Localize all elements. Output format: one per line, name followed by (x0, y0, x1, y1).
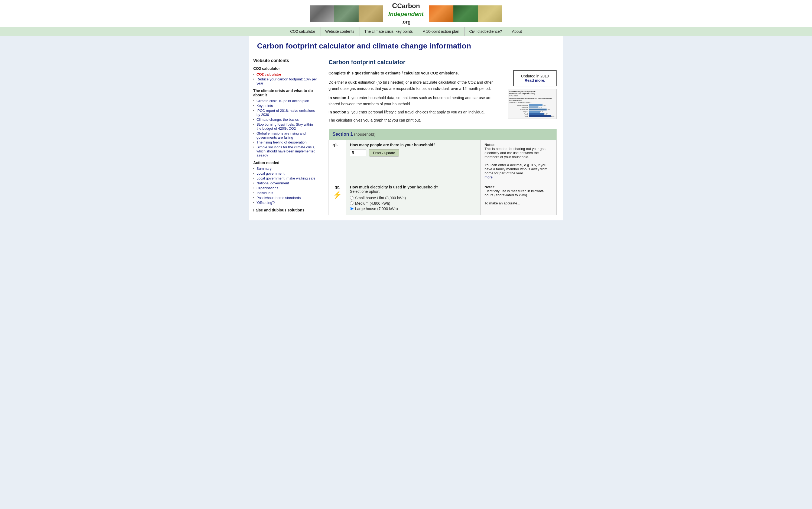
sidebar-action-list: Summary Local government Local governmen… (253, 167, 318, 205)
nav-about[interactable]: About (507, 27, 527, 36)
page: Carbon footprint calculator and climate … (249, 36, 563, 220)
section1-label: Section 1 (333, 132, 353, 137)
q2-radio1[interactable] (350, 196, 353, 200)
main-section-title: Carbon footprint calculator (328, 59, 557, 66)
q2-option1[interactable]: Small house / flat (3,000 kWh) (350, 196, 477, 200)
list-item: Individuals (253, 191, 318, 195)
q2-option3[interactable]: Large house (7,000 kWh) (350, 207, 477, 211)
q1-notes-extra: You can enter a decimal, e.g. 3.5, if yo… (485, 163, 547, 175)
sidebar-climate-list: Climate crisis 10-point action plan Key … (253, 99, 318, 157)
header-photos (310, 5, 383, 22)
site-logo[interactable]: CCarbon Independent .org (383, 2, 429, 25)
q1-question: How many people are there in your househ… (350, 143, 435, 147)
q1-enter-button[interactable]: Enter / update (369, 149, 399, 157)
section1-paren: (household) (354, 132, 376, 136)
sidebar-link-individuals[interactable]: Individuals (257, 191, 273, 195)
q2-notes-text: Electricity use is measured in kilowatt-… (485, 189, 544, 197)
q1-row: q1. How many people are there in your ho… (329, 140, 557, 182)
read-more-link[interactable]: Read more. (525, 78, 545, 82)
intro-area: Complete this questionnaire to estimate … (328, 70, 557, 124)
sidebar-link-climate-basics[interactable]: Climate change: the basics (257, 117, 299, 122)
sidebar-link-summary[interactable]: Summary (257, 167, 272, 171)
intro-right: Updated in 2019 Read more. Carbon Footpr… (508, 70, 557, 119)
main-content: Carbon footprint calculator Complete thi… (322, 53, 563, 220)
q2-option3-label: Large house (7,000 kWh) (355, 207, 398, 211)
q1-notes-label: Notes (485, 143, 494, 147)
page-title-section: Carbon footprint calculator and climate … (249, 36, 563, 53)
list-item: National government (253, 181, 318, 185)
q2-radio3[interactable] (350, 207, 353, 210)
nav-civil-disobedience[interactable]: Civil disobedience? (464, 27, 507, 36)
logo-org: .org (401, 19, 411, 25)
list-item: 'Offsetting'? (253, 201, 318, 205)
sidebar-link-action-plan[interactable]: Climate crisis 10-point action plan (257, 99, 309, 103)
sidebar-link-co2calc[interactable]: CO2 calculator (257, 72, 282, 76)
sidebar-section-climate: The climate crisis and what to do about … (253, 89, 318, 97)
list-item: Local government (253, 171, 318, 175)
sidebar-section-false: False and dubious solutions (253, 208, 318, 212)
q2-radio2[interactable] (350, 201, 353, 205)
header-photo-phonebox (334, 5, 359, 22)
list-item: Organisations (253, 186, 318, 190)
q2-sub: Select one option: (350, 189, 380, 194)
q1-input[interactable] (350, 149, 366, 156)
q1-notes-text: This is needed for sharing out your gas,… (485, 147, 546, 159)
q2-num: q2. (333, 185, 342, 189)
section1-table: Section 1 (household) q1. How many peopl… (328, 129, 557, 215)
q2-row: q2. ⚡ How much electricity is used in yo… (329, 182, 557, 215)
q1-more-link[interactable]: more ... (485, 175, 496, 179)
q2-radio-group: Small house / flat (3,000 kWh) Medium (4… (350, 196, 477, 211)
content-area: Website contents CO2 calculator CO2 calc… (249, 53, 563, 220)
list-item: Reduce your carbon footprint: 10% per ye… (253, 77, 318, 85)
updated-box: Updated in 2019 Read more. (513, 70, 557, 87)
intro-body1: Do either a quick estimation (no bills n… (328, 79, 502, 92)
header: CCarbon Independent .org (0, 0, 812, 27)
list-item: Simple solutions for the climate crisis,… (253, 145, 318, 157)
list-item: The rising feeling of desperation (253, 140, 318, 144)
intro-left: Complete this questionnaire to estimate … (328, 70, 502, 124)
list-item: Passivhaus home standards (253, 196, 318, 200)
list-item: Local government: make walking safe (253, 176, 318, 180)
sidebar-link-organisations[interactable]: Organisations (257, 186, 278, 190)
list-item: Stop burning fossil fuels: Stay within t… (253, 123, 318, 131)
logo-independent: Independent (388, 10, 424, 17)
list-item: Climate crisis 10-point action plan (253, 99, 318, 103)
lightning-icon: ⚡ (333, 191, 342, 199)
q1-num: q1. (329, 140, 346, 182)
sidebar-section-co2: CO2 calculator (253, 66, 318, 71)
intro-section1: In section 1, you enter household data, … (328, 95, 502, 107)
q2-option2-label: Medium (4,800 kWh) (355, 201, 390, 205)
sidebar-link-ipcc[interactable]: IPCC report of 2018: halve emissions by … (257, 109, 315, 117)
calc-preview-image: Carbon Footprint Calculation www.carboni… (508, 89, 557, 119)
navigation: CO2 calculator Website contents The clim… (0, 27, 812, 36)
sidebar-link-fossil-fuels[interactable]: Stop burning fossil fuels: Stay within t… (257, 123, 313, 131)
sidebar-link-offsetting[interactable]: 'Offsetting'? (257, 201, 275, 205)
nav-co2-calculator[interactable]: CO2 calculator (285, 27, 320, 36)
sidebar-link-passivhaus[interactable]: Passivhaus home standards (257, 196, 301, 200)
q2-option2[interactable]: Medium (4,800 kWh) (350, 201, 477, 205)
q1-content: How many people are there in your househ… (346, 140, 481, 182)
nav-action-plan[interactable]: A 10-point action plan (418, 27, 464, 36)
sidebar-link-local-gov-walking[interactable]: Local government: make walking safe (257, 176, 316, 180)
sidebar-link-desperation[interactable]: The rising feeling of desperation (257, 140, 306, 144)
q2-notes-extra: To make an accurate... (485, 201, 520, 205)
header-photos-right (429, 5, 502, 22)
q2-content: How much electricity is used in your hou… (346, 182, 481, 215)
section1-header-cell: Section 1 (household) (329, 129, 557, 140)
q2-icon-cell: q2. ⚡ (329, 182, 346, 215)
header-photo-chicken (478, 5, 502, 22)
header-photo-traffic (310, 5, 334, 22)
sidebar-link-national-gov[interactable]: National government (257, 181, 289, 185)
nav-climate-crisis[interactable]: The climate crisis: key points (359, 27, 418, 36)
list-item: CO2 calculator (253, 72, 318, 76)
intro-graph-note: The calculator gives you a graph that yo… (328, 117, 502, 123)
sidebar-link-key-points[interactable]: Key points (257, 104, 273, 108)
sidebar-link-reduce[interactable]: Reduce your carbon footprint: 10% per ye… (257, 77, 317, 85)
sidebar-link-simple-solutions[interactable]: Simple solutions for the climate crisis,… (257, 145, 316, 157)
nav-website-contents[interactable]: Website contents (320, 27, 359, 36)
list-item: Summary (253, 167, 318, 171)
sidebar-link-global-emissions[interactable]: Global emissions are rising and governme… (257, 131, 305, 139)
q2-question: How much electricity is used in your hou… (350, 185, 438, 189)
section1-header-row: Section 1 (household) (329, 129, 557, 140)
sidebar-link-local-gov[interactable]: Local government (257, 171, 284, 175)
